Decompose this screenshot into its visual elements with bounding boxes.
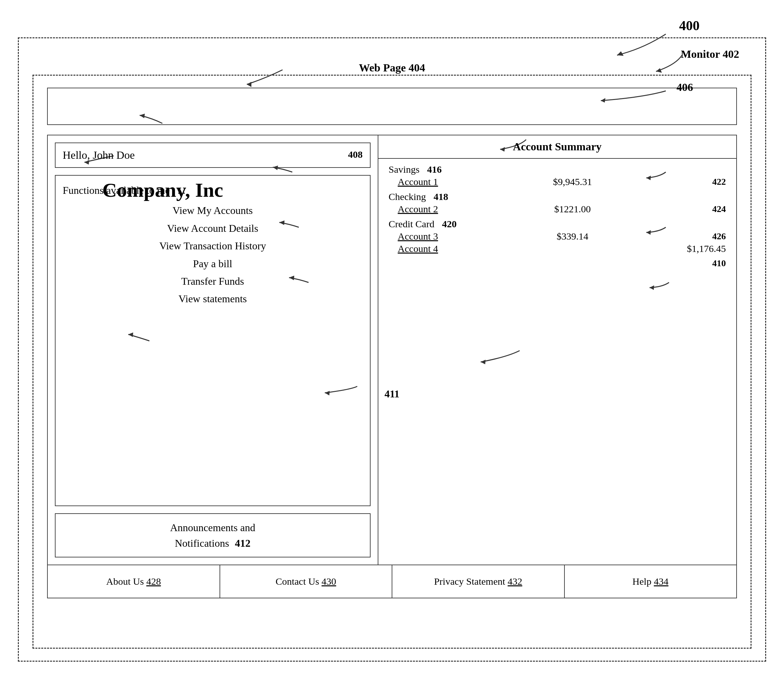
savings-arrow-label: 416 [427,164,442,175]
savings-section: Savings 416 Account 1 $9,945.31 422 [389,164,726,187]
header-box: Company, Inc [47,88,737,125]
account-details: Savings 416 Account 1 $9,945.31 422 Chec… [378,159,736,565]
footer-410-label: 410 [389,258,726,268]
diagram-label-400: 400 [679,18,700,33]
webpage-label: Web Page 404 [359,62,425,74]
account1-row: Account 1 $9,945.31 422 [389,176,726,187]
footer-about-num[interactable]: 428 [146,576,161,587]
footer-contact[interactable]: Contact Us 430 [220,565,393,598]
announcements-box: Announcements andNotifications 412 [55,513,371,557]
func-view-history[interactable]: View Transaction History [63,237,363,255]
func-view-accounts[interactable]: View My Accounts [63,202,363,219]
func-transfer[interactable]: Transfer Funds [63,273,363,290]
account1-amount: $9,945.31 [553,176,592,187]
account3-amount: $339.14 [556,231,589,242]
announcements-text: Announcements andNotifications 412 [63,520,363,551]
functions-title: Functions available to me . . . [63,181,363,199]
account4-row: Account 4 $1,176.45 [389,243,726,254]
footer-row: About Us 428 Contact Us 430 Privacy Stat… [48,565,736,598]
account2-amount: $1221.00 [554,204,591,215]
checking-label: Checking 418 [389,191,726,202]
account3-arrow-label: 426 [712,231,726,242]
monitor-label: Monitor 402 [681,48,739,60]
account1-arrow-label: 422 [712,176,726,187]
account2-link[interactable]: Account 2 [398,204,438,215]
footer-about[interactable]: About Us 428 [48,565,220,598]
func-statements[interactable]: View statements [63,290,363,307]
hello-label: 408 [348,149,363,160]
footer-411-label: 411 [385,388,399,400]
checking-arrow-label: 418 [434,191,448,202]
footer-contact-num[interactable]: 430 [321,576,336,587]
account3-row: Account 3 $339.14 426 [389,231,726,242]
account4-amount: $1,176.45 [687,243,726,254]
panels-row: Hello, John Doe 408 Functions available … [48,136,736,565]
main-content: Hello, John Doe 408 Functions available … [47,135,737,598]
left-panel: Hello, John Doe 408 Functions available … [48,136,378,565]
functions-box: Functions available to me . . . View My … [55,175,371,506]
checking-section: Checking 418 Account 2 $1221.00 424 [389,191,726,215]
account3-link[interactable]: Account 3 [398,231,438,242]
savings-label: Savings 416 [389,164,726,175]
header-label-406: 406 [676,81,693,93]
right-panel: Account Summary Savings 416 Account 1 $9… [378,136,736,565]
hello-text: Hello, John Doe [63,149,135,161]
announcements-label: 412 [235,537,250,549]
footer-privacy-num[interactable]: 432 [507,576,522,587]
footer-help-num[interactable]: 434 [654,576,668,587]
account-summary-header: Account Summary [378,136,736,159]
credit-card-label: Credit Card 420 [389,219,726,230]
func-view-details[interactable]: View Account Details [63,219,363,237]
account2-arrow-label: 424 [712,204,726,214]
credit-card-section: Credit Card 420 Account 3 $339.14 426 Ac… [389,219,726,254]
account2-row: Account 2 $1221.00 424 [389,204,726,215]
account4-link[interactable]: Account 4 [398,243,438,254]
hello-box: Hello, John Doe 408 [55,142,371,168]
account1-link[interactable]: Account 1 [398,176,438,187]
footer-privacy[interactable]: Privacy Statement 432 [392,565,565,598]
credit-card-arrow-label: 420 [442,219,457,229]
footer-help[interactable]: Help 434 [565,565,737,598]
func-pay-bill[interactable]: Pay a bill [63,255,363,273]
